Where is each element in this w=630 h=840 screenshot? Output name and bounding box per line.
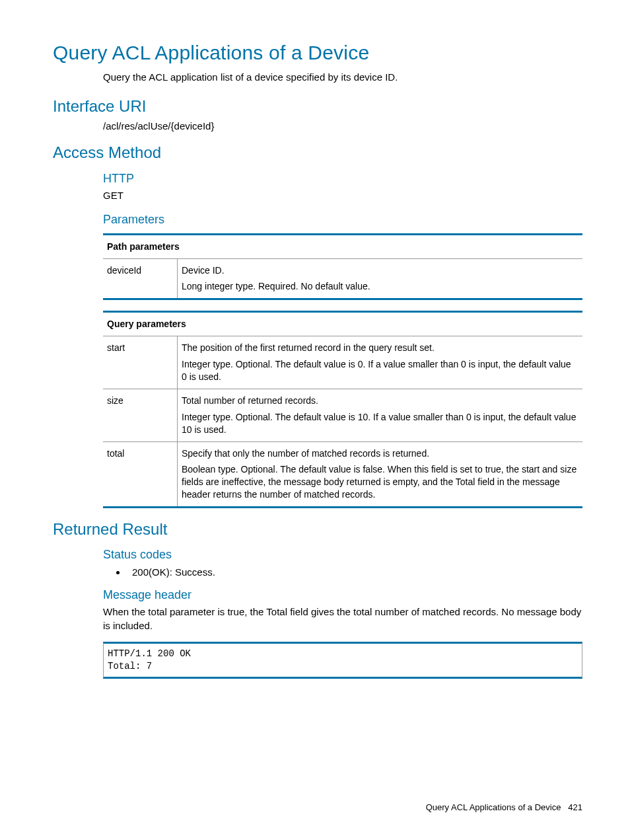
- param-name: size: [103, 389, 178, 441]
- interface-uri-heading: Interface URI: [53, 96, 582, 117]
- list-item: 200(OK): Success.: [127, 566, 582, 579]
- parameters-heading: Parameters: [103, 211, 582, 227]
- returned-result-heading: Returned Result: [53, 519, 582, 540]
- intro-text: Query the ACL application list of a devi…: [103, 71, 582, 84]
- message-header-code: HTTP/1.1 200 OK Total: 7: [103, 642, 582, 679]
- param-name: start: [103, 336, 178, 389]
- message-header-heading: Message header: [103, 587, 582, 603]
- param-desc: Device ID. Long integer type. Required. …: [178, 258, 583, 299]
- path-table-header: Path parameters: [103, 234, 582, 258]
- status-codes-list: 200(OK): Success.: [103, 566, 582, 579]
- message-header-text: When the total parameter is true, the To…: [103, 605, 582, 632]
- param-desc: Total number of returned records. Intege…: [178, 389, 583, 441]
- param-name: total: [103, 441, 178, 508]
- query-parameters-table: Query parameters start The position of t…: [103, 311, 582, 508]
- table-row: deviceId Device ID. Long integer type. R…: [103, 258, 582, 299]
- http-value: GET: [103, 189, 582, 202]
- path-parameters-table: Path parameters deviceId Device ID. Long…: [103, 233, 582, 301]
- param-desc: The position of the first returned recor…: [178, 336, 583, 389]
- query-table-header: Query parameters: [103, 312, 582, 336]
- table-row: total Specify that only the number of ma…: [103, 441, 582, 508]
- table-row: size Total number of returned records. I…: [103, 389, 582, 441]
- table-row: start The position of the first returned…: [103, 336, 582, 389]
- access-method-heading: Access Method: [53, 142, 582, 163]
- param-name: deviceId: [103, 258, 178, 299]
- http-heading: HTTP: [103, 171, 582, 186]
- param-desc: Specify that only the number of matched …: [178, 441, 583, 508]
- status-codes-heading: Status codes: [103, 547, 582, 562]
- interface-uri-value: /acl/res/aclUse/{deviceId}: [103, 120, 582, 133]
- page-title: Query ACL Applications of a Device: [53, 40, 582, 67]
